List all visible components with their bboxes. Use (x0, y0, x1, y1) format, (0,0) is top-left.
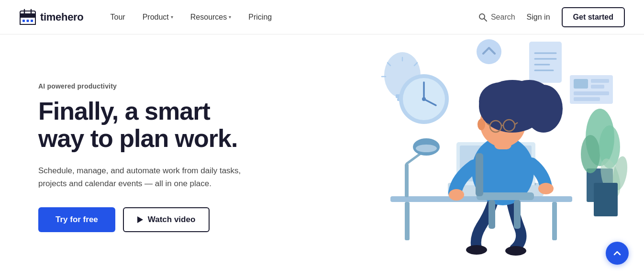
svg-point-47 (416, 145, 437, 152)
search-label: Search (491, 13, 515, 22)
signin-link[interactable]: Sign in (527, 13, 550, 22)
nav-product[interactable]: Product ▾ (135, 9, 181, 25)
scroll-to-top-button[interactable] (606, 242, 629, 265)
svg-line-10 (484, 19, 487, 21)
svg-rect-73 (489, 200, 495, 229)
hero-eyebrow: AI powered productivity (38, 82, 268, 90)
logo[interactable]: timehero (19, 9, 84, 26)
hero-illustration (328, 34, 644, 280)
svg-rect-74 (514, 200, 521, 229)
product-caret: ▾ (171, 14, 173, 20)
search-icon (478, 13, 487, 22)
navbar: timehero Tour Product ▾ Resources ▾ Pric… (0, 0, 644, 34)
svg-rect-19 (529, 42, 562, 83)
hero-section: AI powered productivity Finally, a smart… (0, 34, 644, 280)
svg-rect-24 (477, 39, 501, 64)
chevron-up-icon (612, 248, 622, 258)
svg-point-50 (581, 135, 600, 173)
svg-rect-6 (22, 20, 25, 22)
hero-content: AI powered productivity Finally, a smart… (38, 82, 268, 232)
nav-tour[interactable]: Tour (103, 9, 133, 25)
svg-rect-37 (405, 202, 410, 240)
try-for-free-button[interactable]: Try for free (38, 207, 115, 232)
svg-rect-28 (591, 85, 604, 89)
svg-rect-54 (594, 183, 618, 216)
svg-rect-29 (574, 91, 609, 95)
hero-buttons: Try for free Watch video (38, 207, 268, 232)
nav-right: Search Sign in Get started (478, 7, 625, 27)
hero-headline: Finally, a smart way to plan work. (38, 98, 268, 152)
svg-point-71 (477, 119, 485, 130)
hero-subtext: Schedule, manage, and automate work from… (38, 164, 268, 190)
svg-point-55 (466, 245, 487, 255)
svg-point-59 (538, 183, 554, 194)
logo-icon (19, 9, 36, 26)
svg-rect-7 (27, 20, 29, 22)
svg-point-58 (449, 189, 464, 201)
watch-video-button[interactable]: Watch video (123, 207, 210, 232)
search-button[interactable]: Search (478, 13, 515, 22)
svg-rect-30 (574, 97, 600, 101)
svg-point-56 (505, 246, 526, 256)
svg-rect-75 (476, 153, 483, 196)
svg-rect-38 (552, 202, 557, 240)
svg-rect-27 (591, 79, 609, 83)
svg-rect-72 (477, 192, 534, 200)
nav-resources[interactable]: Resources ▾ (183, 9, 239, 25)
svg-point-65 (479, 82, 522, 121)
logo-text: timehero (40, 11, 84, 23)
nav-links: Tour Product ▾ Resources ▾ Pricing (103, 9, 478, 25)
svg-rect-3 (20, 14, 35, 18)
get-started-button[interactable]: Get started (562, 7, 625, 27)
nav-pricing[interactable]: Pricing (241, 9, 279, 25)
svg-rect-44 (405, 164, 409, 197)
resources-caret: ▾ (229, 14, 231, 20)
svg-point-64 (524, 85, 563, 133)
play-icon (137, 216, 143, 223)
svg-rect-8 (31, 20, 33, 22)
svg-rect-26 (574, 79, 588, 89)
